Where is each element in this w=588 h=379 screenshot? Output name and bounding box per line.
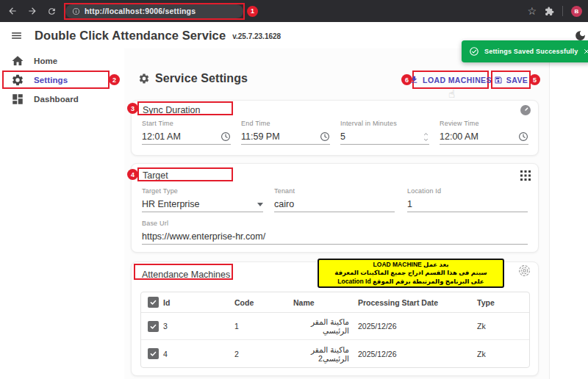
cell-id: 3 [162,313,233,340]
annotation-number-4: 4 [127,169,138,180]
sidebar-item-settings[interactable]: Settings [0,71,124,90]
col-header-name: Name [292,292,356,313]
field-value: 1 [407,199,412,209]
field-label: End Time [241,120,330,127]
target-title: Target [143,170,168,181]
annotation-box-load-machines: LOAD MACHINES [412,71,489,89]
tenant-field[interactable]: Tenant cairo [274,187,395,212]
address-bar[interactable]: http://localhost:9006/settings [65,4,243,18]
field-label: Location Id [407,187,528,195]
fingerprint-icon[interactable] [518,264,531,277]
field-label: Tenant [274,187,395,195]
save-icon [494,76,503,84]
bookmark-star-icon[interactable]: ☆ [527,6,537,16]
row-checkbox[interactable] [148,348,159,359]
review-time-field[interactable]: Review Time 12:00 AM [440,120,528,145]
browser-reload-icon[interactable] [47,7,57,16]
page-title: Service Settings [155,72,248,85]
number-stepper[interactable] [423,131,429,142]
table-row[interactable]: 4 2 ماكينة المقر الرئيسي2 2025/12/26 Zk [141,340,529,367]
start-time-field[interactable]: Start Time 12:01 AM [142,120,231,145]
browser-profile-avatar[interactable]: B [571,6,582,17]
machines-table: Id Code Name Processing Start Date Type … [140,292,530,368]
site-info-icon[interactable] [72,7,80,15]
sidebar-item-label: Settings [34,76,68,84]
note-line-2: سيتم فى هذا القسم ادراج جميع الماكينات ا… [323,269,498,277]
main-content: Service Settings LOAD MACHINES 6 SAVE 5 … [124,48,550,379]
cell-name: ماكينة المقر الرئيسي2 [292,340,356,367]
table-header-row: Id Code Name Processing Start Date Type [141,292,529,313]
cell-date: 2025/12/26 [356,340,476,367]
load-machines-button[interactable]: LOAD MACHINES [414,72,487,87]
end-time-field[interactable]: End Time 11:59 PM [241,120,330,145]
timer-icon[interactable] [520,104,531,116]
location-id-field[interactable]: Location Id 1 [407,187,528,212]
annotation-number-1: 1 [247,6,258,17]
sidebar: Home Settings Dashboard [0,48,125,379]
hamburger-menu-icon[interactable] [10,29,23,42]
toast-settings-saved: Settings Saved Successfully [462,40,588,62]
field-value: HR Enterprise [142,199,200,209]
dashboard-icon [11,93,24,106]
annotation-box-save: SAVE [491,71,531,89]
toast-close-icon[interactable] [583,48,588,55]
col-header-id: Id [162,292,233,313]
row-checkbox[interactable] [148,321,159,332]
col-header-code: Code [233,292,292,313]
chevron-up-icon[interactable] [423,131,429,137]
field-value: 12:00 AM [440,131,478,142]
browser-forward-icon[interactable] [27,6,37,16]
field-label: Start Time [142,120,231,127]
extensions-icon[interactable] [545,7,554,16]
screen: http://localhost:9006/settings 1 ☆ B Dou… [0,0,588,379]
annotation-number-2: 2 [109,74,120,85]
field-value: 12:01 AM [142,131,181,142]
annotation-number-5: 5 [529,74,540,85]
toast-message: Settings Saved Successfully [484,48,578,55]
annotation-box-url: http://localhost:9006/settings [64,3,245,20]
interval-minutes-field[interactable]: Interval in Minutes 5 [340,120,429,145]
sync-duration-title: Sync Duration [143,105,201,115]
cell-name: ماكينة المقر الرئيسي [292,313,356,340]
field-value: https://www.enterprise-hr.com/ [142,231,265,242]
apps-grid-icon[interactable] [520,170,531,181]
sidebar-item-label: Dashboard [34,95,79,104]
field-value: 11:59 PM [241,131,280,142]
sync-duration-card: Sync Duration Start Time 12:01 AM End Ti… [131,100,539,156]
dropdown-caret-icon[interactable] [257,203,263,206]
col-header-processing-start-date: Processing Start Date [356,292,476,313]
note-line-1: بعد عمل LOAD MACHINE [323,261,498,269]
col-header-type: Type [476,292,529,313]
chevron-down-icon[interactable] [423,137,429,142]
service-settings-gear-icon [138,73,150,84]
home-icon [11,54,24,68]
clock-icon[interactable] [320,131,330,142]
clock-icon[interactable] [220,131,231,142]
cell-id: 4 [162,340,233,367]
base-url-field[interactable]: Base Url https://www.enterprise-hr.com/ [142,220,528,245]
note-line-3: على البرنامج والمرتبطة برقم الموقع Locat… [323,278,498,286]
cell-code: 2 [233,340,292,367]
cell-type: Zk [476,340,529,367]
cell-code: 1 [233,313,292,340]
field-value: cairo [274,199,294,209]
save-label: SAVE [506,76,528,84]
sidebar-item-home[interactable]: Home [0,51,124,71]
browser-chrome-bar: http://localhost:9006/settings 1 ☆ B [0,0,588,22]
field-label: Interval in Minutes [340,120,429,127]
app-version: v.25.7.23.1628 [232,32,281,40]
cell-type: Zk [476,313,529,340]
field-value: 5 [340,131,345,142]
target-type-select[interactable]: Target Type HR Enterprise [142,187,263,212]
table-row[interactable]: 3 1 ماكينة المقر الرئيسي 2025/12/26 Zk [141,313,529,340]
url-text: http://localhost:9006/settings [85,7,196,15]
sidebar-item-dashboard[interactable]: Dashboard [0,90,124,109]
save-button[interactable]: SAVE [492,72,529,87]
attendance-machines-title: Attendance Machines [142,270,230,280]
load-machines-label: LOAD MACHINES [423,76,492,84]
clock-icon[interactable] [518,131,528,142]
browser-back-icon[interactable] [7,6,18,16]
gear-icon [11,73,24,87]
select-all-checkbox[interactable] [148,297,159,308]
hand-cursor-icon: ☝ [448,87,455,101]
